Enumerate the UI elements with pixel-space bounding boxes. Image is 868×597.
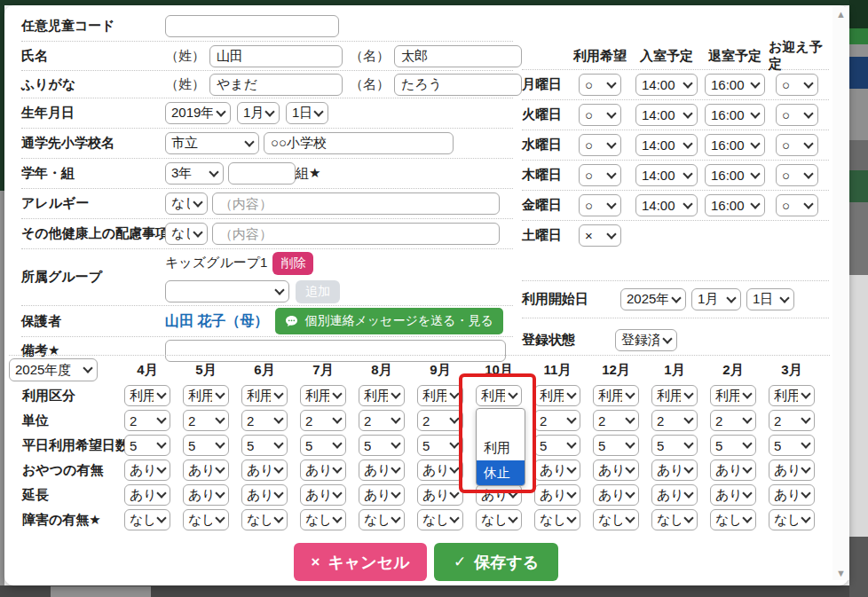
delete-group-button[interactable]: 削除	[272, 252, 313, 275]
monthly-select-r1-c1[interactable]: 2	[124, 410, 170, 431]
school-type-select[interactable]: 市立	[165, 132, 259, 154]
monthly-select-r2-c10[interactable]: 5	[651, 435, 698, 456]
wish-select-thu[interactable]: ○	[579, 164, 621, 186]
leave-select-mon[interactable]: 16:00	[705, 74, 765, 96]
leave-select-thu[interactable]: 16:00	[705, 164, 765, 186]
enter-select-mon[interactable]: 14:00	[635, 74, 698, 96]
birth-day-select[interactable]: 1日	[286, 102, 328, 124]
monthly-select-r2-c12[interactable]: 5	[769, 435, 815, 456]
monthly-select-r3-c6[interactable]: あり	[417, 460, 463, 481]
monthly-select-r3-c12[interactable]: あり	[769, 460, 815, 481]
monthly-select-r5-c9[interactable]: なし	[593, 509, 639, 530]
monthly-select-r5-c10[interactable]: なし	[651, 509, 698, 530]
monthly-select-r5-c1[interactable]: なし	[124, 509, 170, 530]
monthly-select-r4-c8[interactable]: あり	[534, 484, 580, 506]
monthly-select-r0-c7[interactable]: 利用	[476, 385, 522, 406]
school-name-input[interactable]	[264, 132, 454, 154]
monthly-select-r2-c3[interactable]: 5	[241, 435, 288, 456]
monthly-select-r5-c2[interactable]: なし	[183, 509, 229, 530]
enter-select-wed[interactable]: 14:00	[635, 134, 698, 156]
wish-select-wed[interactable]: ○	[579, 134, 621, 156]
start-day-select[interactable]: 1日	[746, 288, 794, 310]
monthly-select-r1-c10[interactable]: 2	[651, 410, 698, 431]
pickup-select-tue[interactable]: ○	[776, 104, 818, 126]
monthly-select-r1-c3[interactable]: 2	[241, 410, 288, 431]
monthly-select-r3-c4[interactable]: あり	[300, 460, 346, 481]
monthly-select-r5-c3[interactable]: なし	[241, 509, 288, 530]
monthly-select-r3-c1[interactable]: あり	[124, 460, 170, 481]
wish-select-sat[interactable]: ×	[579, 224, 621, 247]
monthly-select-r1-c12[interactable]: 2	[769, 410, 815, 431]
monthly-select-r1-c4[interactable]: 2	[300, 410, 346, 431]
monthly-select-r5-c4[interactable]: なし	[300, 509, 346, 530]
cancel-button[interactable]: × キャンセル	[294, 543, 427, 581]
monthly-select-r3-c2[interactable]: あり	[183, 460, 229, 481]
monthly-select-r2-c8[interactable]: 5	[534, 435, 580, 456]
birth-month-select[interactable]: 1月	[237, 102, 280, 124]
pickup-select-wed[interactable]: ○	[776, 134, 818, 156]
monthly-select-r1-c6[interactable]: 2	[417, 410, 463, 431]
givenname-input[interactable]	[394, 45, 522, 67]
dropdown-option-use[interactable]: 利用	[477, 436, 525, 460]
monthly-select-r1-c11[interactable]: 2	[710, 410, 756, 431]
monthly-select-r4-c7[interactable]: あり	[476, 484, 522, 506]
monthly-select-r5-c11[interactable]: なし	[710, 509, 756, 530]
group-add-select[interactable]	[165, 280, 289, 302]
monthly-select-r0-c3[interactable]: 利用	[241, 385, 288, 406]
monthly-select-r4-c1[interactable]: あり	[124, 484, 170, 506]
guardian-name-link[interactable]: 山田 花子（母）	[165, 312, 268, 331]
monthly-select-r0-c10[interactable]: 利用	[651, 385, 698, 406]
enter-select-thu[interactable]: 14:00	[635, 164, 698, 186]
monthly-select-r3-c9[interactable]: あり	[593, 460, 639, 481]
scroll-up-arrow-icon[interactable]: ▲	[832, 9, 849, 20]
monthly-select-r1-c9[interactable]: 2	[593, 410, 639, 431]
monthly-select-r1-c8[interactable]: 2	[534, 410, 580, 431]
send-message-button[interactable]: 個別連絡メッセージを送る・見る	[275, 308, 502, 334]
monthly-select-r2-c5[interactable]: 5	[359, 435, 405, 456]
monthly-select-r3-c3[interactable]: あり	[241, 460, 288, 481]
monthly-select-r4-c4[interactable]: あり	[300, 484, 346, 506]
monthly-select-r0-c9[interactable]: 利用	[593, 385, 639, 406]
allergy-select[interactable]: なし	[165, 192, 208, 215]
monthly-select-r0-c4[interactable]: 利用	[300, 385, 346, 406]
monthly-select-r1-c2[interactable]: 2	[183, 410, 229, 431]
scrollbar[interactable]: ▲ ▼	[832, 7, 849, 580]
pickup-select-fri[interactable]: ○	[776, 194, 818, 216]
health-select[interactable]: なし	[165, 223, 208, 245]
monthly-select-r2-c2[interactable]: 5	[183, 435, 229, 456]
furigana-givenname-input[interactable]	[394, 74, 522, 96]
save-button[interactable]: ✓ 保存する	[434, 543, 558, 581]
class-input[interactable]	[228, 162, 296, 185]
scroll-down-arrow-icon[interactable]: ▼	[832, 568, 849, 578]
monthly-select-r2-c11[interactable]: 5	[710, 435, 756, 456]
dropdown-option-blank[interactable]	[477, 409, 525, 436]
registration-select[interactable]: 登録済	[615, 329, 677, 351]
leave-select-wed[interactable]: 16:00	[705, 134, 765, 156]
furigana-surname-input[interactable]	[209, 74, 343, 96]
child-code-input[interactable]	[165, 15, 339, 37]
monthly-select-r1-c5[interactable]: 2	[359, 410, 405, 431]
monthly-select-r5-c12[interactable]: なし	[769, 509, 815, 530]
allergy-detail-input[interactable]	[212, 192, 500, 215]
monthly-select-r0-c1[interactable]: 利用	[124, 385, 170, 406]
birth-year-select[interactable]: 2019年	[165, 102, 231, 124]
monthly-select-r2-c1[interactable]: 5	[124, 435, 170, 456]
start-year-select[interactable]: 2025年	[620, 288, 686, 310]
surname-input[interactable]	[209, 45, 343, 67]
monthly-select-r4-c12[interactable]: あり	[769, 484, 815, 506]
monthly-select-r3-c10[interactable]: あり	[651, 460, 698, 481]
fiscal-year-select[interactable]: 2025年度	[9, 358, 98, 381]
monthly-select-r4-c11[interactable]: あり	[710, 484, 756, 506]
monthly-select-r0-c5[interactable]: 利用	[359, 385, 405, 406]
leave-select-fri[interactable]: 16:00	[705, 194, 765, 216]
start-month-select[interactable]: 1月	[691, 288, 741, 310]
monthly-select-r5-c5[interactable]: なし	[359, 509, 405, 530]
monthly-select-r0-c8[interactable]: 利用	[534, 385, 580, 406]
monthly-select-r0-c12[interactable]: 利用	[769, 385, 815, 406]
monthly-select-r4-c3[interactable]: あり	[241, 484, 288, 506]
monthly-select-r4-c6[interactable]: あり	[417, 484, 463, 506]
monthly-select-r3-c8[interactable]: あり	[534, 460, 580, 481]
monthly-select-r4-c2[interactable]: あり	[183, 484, 229, 506]
monthly-select-r5-c6[interactable]: なし	[417, 509, 463, 530]
monthly-select-r4-c5[interactable]: あり	[359, 484, 405, 506]
